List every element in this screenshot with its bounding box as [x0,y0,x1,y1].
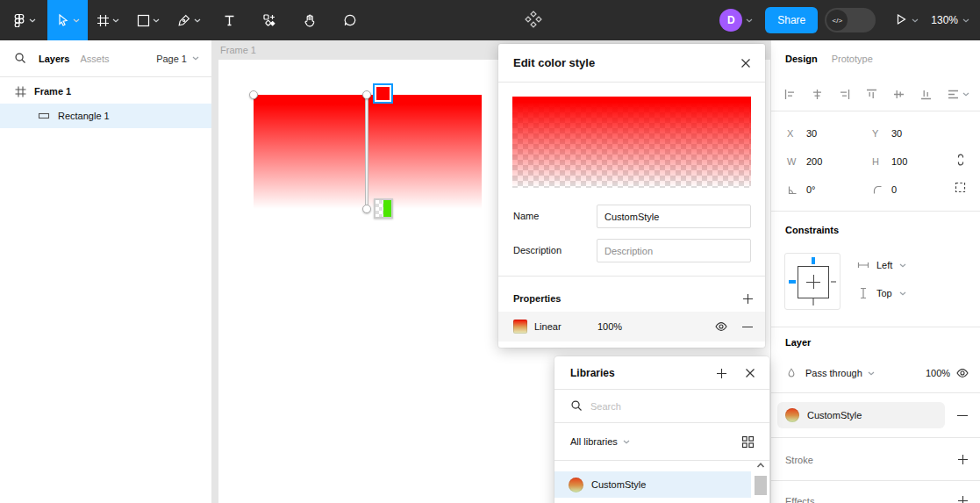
align-horizontal-center-icon[interactable] [811,88,824,101]
divider [771,437,980,438]
align-top-icon[interactable] [865,88,878,101]
gradient-axis-line[interactable] [366,95,368,209]
layer-row-rectangle[interactable]: Rectangle 1 [0,104,211,128]
x-value[interactable]: 30 [806,128,817,139]
height-value[interactable]: 100 [891,156,907,167]
gradient-property-row[interactable]: Linear 100% [498,312,765,341]
move-tool-button[interactable] [47,0,88,40]
properties-header: Properties [498,286,765,311]
library-item-customstyle[interactable]: CustomStyle [554,471,751,498]
grid-view-button[interactable] [740,435,755,449]
library-filter-dropdown[interactable]: All libraries [570,436,618,447]
corner-radius-field[interactable]: 0 [872,179,897,200]
page-selector[interactable]: Page 1 [156,54,199,64]
blend-mode-dropdown[interactable]: Pass through [805,368,862,378]
fill-style-chip[interactable]: CustomStyle [777,402,945,428]
remove-fill-button[interactable] [955,408,969,422]
text-tool-button[interactable] [209,0,249,40]
horizontal-constraint-dropdown[interactable]: Left [857,259,906,271]
layer-row-frame[interactable]: Frame 1 [0,79,211,104]
align-right-icon[interactable] [838,88,851,101]
search-icon[interactable] [14,52,26,66]
libraries-title: Libraries [570,367,615,379]
name-input[interactable] [597,205,751,228]
add-effect-button[interactable] [955,493,969,503]
libraries-panel: Libraries All libraries [554,356,769,503]
close-button[interactable] [737,54,755,72]
add-library-button[interactable] [714,366,728,380]
avatar[interactable]: D [719,9,742,32]
divider [771,327,980,327]
independent-corners-button[interactable] [954,181,967,196]
gradient-opacity[interactable]: 100% [597,321,622,332]
align-vertical-center-icon[interactable] [892,88,905,101]
remove-property-button[interactable] [741,320,754,334]
height-field[interactable]: H 100 [872,151,907,172]
chevron-down-icon [746,18,753,23]
hand-tool-button[interactable] [290,0,330,40]
description-input[interactable] [597,239,751,262]
visibility-toggle[interactable] [714,320,728,334]
close-button[interactable] [741,364,759,382]
pen-tool-button[interactable] [168,0,209,40]
constrain-proportions-button[interactable] [954,153,968,169]
dev-mode-toggle[interactable]: </> [825,8,876,32]
corner-radius-value[interactable]: 0 [891,184,897,195]
add-property-button[interactable] [740,291,755,305]
scrollbar-thumb[interactable] [755,476,767,495]
zoom-menu[interactable]: 130% [931,14,969,26]
width-field[interactable]: W 200 [787,151,822,172]
y-position-field[interactable]: Y 30 [872,123,902,144]
align-bottom-icon[interactable] [919,88,933,101]
present-button[interactable] [895,13,919,27]
width-value[interactable]: 200 [806,156,822,167]
gradient-handle-circle[interactable] [362,90,371,99]
constraints-widget[interactable] [784,253,841,310]
frame-tool-button[interactable] [88,0,128,40]
add-stroke-button[interactable] [955,452,969,466]
main-menu-button[interactable] [0,0,47,40]
panel-tabs: Design Prototype [785,40,873,77]
gradient-preview[interactable] [512,97,751,188]
library-search-input[interactable] [590,401,722,412]
constraint-top-tick[interactable] [812,257,815,264]
distribute-menu[interactable] [947,88,969,101]
stroke-section-title: Stroke [785,455,813,465]
share-button[interactable]: Share [765,7,818,33]
chevron-down-icon [623,440,630,444]
tab-assets[interactable]: Assets [80,54,109,64]
gradient-stop-green[interactable] [374,198,393,219]
divider [771,392,980,393]
shape-tool-button[interactable] [128,0,168,40]
rotation-field[interactable]: 0° [787,179,816,200]
hand-icon [303,13,317,27]
layer-visibility-toggle[interactable] [955,366,969,380]
scroll-up-icon[interactable] [755,459,767,471]
resources-button[interactable] [523,10,544,31]
tab-design[interactable]: Design [785,54,818,64]
rectangle-1-shape[interactable] [254,95,482,209]
align-left-icon[interactable] [783,88,797,101]
frame-canvas-label[interactable]: Frame 1 [220,45,256,55]
divider [498,276,765,277]
rotation-value[interactable]: 0° [806,184,816,195]
scrollbar[interactable] [754,457,768,503]
actions-tool-button[interactable] [249,0,290,40]
x-position-field[interactable]: X 30 [787,123,817,144]
gradient-swatch[interactable] [513,320,527,334]
vertical-constraint-dropdown[interactable]: Top [857,287,906,299]
gradient-stop-red[interactable] [373,83,393,104]
gradient-type[interactable]: Linear [534,321,562,332]
gradient-handle-circle[interactable] [249,90,258,99]
layer-opacity-value[interactable]: 100% [926,368,950,378]
comment-tool-button[interactable] [330,0,370,40]
constraint-right-tick[interactable] [831,281,836,283]
tab-layers[interactable]: Layers [39,54,69,64]
account-menu[interactable]: D [719,9,753,32]
gradient-handle-circle[interactable] [362,205,371,213]
tab-prototype[interactable]: Prototype [832,54,873,64]
y-value[interactable]: 30 [891,128,902,139]
constraint-left-tick[interactable] [789,280,796,284]
chevron-down-icon [112,18,119,23]
constraint-bottom-tick[interactable] [812,298,814,305]
